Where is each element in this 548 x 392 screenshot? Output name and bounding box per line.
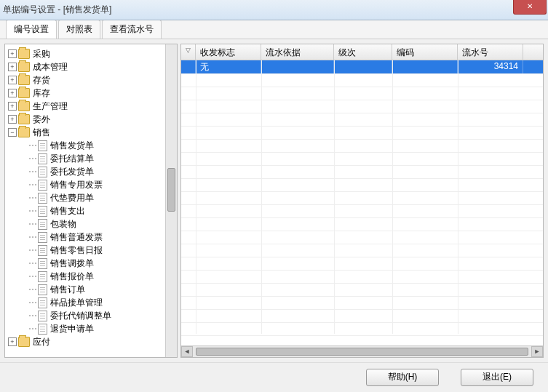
tree-connector: ⋯ xyxy=(28,206,36,216)
tree-scrollbar[interactable] xyxy=(165,44,177,357)
scrollbar-thumb[interactable] xyxy=(167,168,175,212)
cell-level xyxy=(334,60,392,73)
sort-indicator-icon[interactable]: ▽ xyxy=(181,44,196,60)
tree-folder-stock[interactable]: +库存 xyxy=(7,87,175,100)
tree-doc-item[interactable]: ⋯代垫费用单 xyxy=(7,191,175,204)
cell-code xyxy=(392,60,458,73)
cell-serial-basis xyxy=(261,60,334,73)
tree-label: 委托发货单 xyxy=(50,166,94,178)
tree-connector: ⋯ xyxy=(28,232,36,242)
tree-connector: ⋯ xyxy=(28,284,36,295)
tree-folder-inventory[interactable]: +存货 xyxy=(7,73,175,87)
plus-icon[interactable]: + xyxy=(8,102,17,111)
grid-header: ▽ 收发标志 流水依据 级次 编码 流水号 xyxy=(181,44,543,60)
col-serial[interactable]: 流水号 xyxy=(458,44,523,60)
folder-icon xyxy=(18,114,30,124)
tree-doc-item[interactable]: ⋯销售零售日报 xyxy=(7,244,175,257)
tabs: 编号设置 对照表 查看流水号 xyxy=(0,20,548,39)
minus-icon[interactable]: − xyxy=(8,128,17,137)
col-receive-flag[interactable]: 收发标志 xyxy=(196,44,261,60)
document-icon xyxy=(38,193,47,204)
window-close-button[interactable]: ✕ xyxy=(513,0,547,15)
help-button[interactable]: 帮助(H) xyxy=(366,369,439,386)
tree-connector: ⋯ xyxy=(28,324,36,334)
document-icon xyxy=(38,180,47,191)
scroll-left-icon[interactable]: ◄ xyxy=(181,346,193,357)
tab-view-serial[interactable]: 查看流水号 xyxy=(102,20,162,39)
tree-label: 退货申请单 xyxy=(50,323,94,335)
tree-doc-item[interactable]: ⋯委托结算单 xyxy=(7,152,175,165)
tree-folder-cost[interactable]: +成本管理 xyxy=(7,60,175,73)
tree-label: 销售 xyxy=(33,127,50,139)
tree-folder-purchase[interactable]: +采购 xyxy=(7,47,175,60)
tree-label: 采购 xyxy=(33,48,50,60)
grid-h-scrollbar[interactable]: ◄ ► xyxy=(181,345,543,357)
tree-doc-item[interactable]: ⋯委托代销调整单 xyxy=(7,309,175,322)
main-area: +采购 +成本管理 +存货 +库存 +生产管理 +委外 −销售 ⋯销售发货单 ⋯… xyxy=(0,39,548,362)
tree-folder-production[interactable]: +生产管理 xyxy=(7,100,175,113)
tree-panel: +采购 +成本管理 +存货 +库存 +生产管理 +委外 −销售 ⋯销售发货单 ⋯… xyxy=(4,44,178,358)
plus-icon[interactable]: + xyxy=(8,76,17,84)
tree-label: 委外 xyxy=(33,113,50,126)
tree-doc-item[interactable]: ⋯包装物 xyxy=(7,217,175,231)
tree-label: 销售发货单 xyxy=(50,140,94,152)
tree-label: 销售订单 xyxy=(50,284,85,296)
col-code[interactable]: 编码 xyxy=(392,44,458,60)
document-icon xyxy=(38,271,47,282)
col-serial-basis[interactable]: 流水依据 xyxy=(261,44,334,60)
tree-label: 委托结算单 xyxy=(50,153,94,165)
window-title: 单据编号设置 - [销售发货单] xyxy=(3,4,111,16)
tree-label: 代垫费用单 xyxy=(50,192,94,204)
tree-doc-item[interactable]: ⋯销售调拨单 xyxy=(7,257,175,270)
document-icon xyxy=(38,324,47,335)
row-indicator xyxy=(181,60,196,73)
tree-connector: ⋯ xyxy=(28,245,36,255)
tree-connector: ⋯ xyxy=(28,271,36,281)
tree-doc-item[interactable]: ⋯销售支出 xyxy=(7,204,175,217)
tree-connector: ⋯ xyxy=(28,311,36,321)
tab-number-settings[interactable]: 编号设置 xyxy=(6,20,57,39)
tree-doc-item[interactable]: ⋯委托发货单 xyxy=(7,165,175,178)
col-level[interactable]: 级次 xyxy=(334,44,392,60)
exit-button[interactable]: 退出(E) xyxy=(461,369,533,386)
tree-connector: ⋯ xyxy=(28,153,36,164)
tree-label: 库存 xyxy=(33,87,50,100)
tree-doc-item[interactable]: ⋯退货申请单 xyxy=(7,322,175,335)
document-icon xyxy=(38,140,47,151)
tree-label: 销售调拨单 xyxy=(50,257,94,270)
document-icon xyxy=(38,311,47,321)
tree-doc-item[interactable]: ⋯销售订单 xyxy=(7,283,175,296)
tree-folder-sales[interactable]: −销售 xyxy=(7,126,175,139)
tree-folder-outsource[interactable]: +委外 xyxy=(7,113,175,126)
grid-background-lines xyxy=(181,73,543,345)
plus-icon[interactable]: + xyxy=(8,89,17,97)
plus-icon[interactable]: + xyxy=(8,49,17,58)
tree-folder-payable[interactable]: +应付 xyxy=(7,335,175,348)
tree-connector: ⋯ xyxy=(28,258,36,268)
tree-doc-item[interactable]: ⋯销售发货单 xyxy=(7,139,175,152)
tree-doc-item[interactable]: ⋯销售专用发票 xyxy=(7,178,175,191)
table-row[interactable]: 无 34314 xyxy=(181,60,543,73)
plus-icon[interactable]: + xyxy=(8,337,17,346)
titlebar: 单据编号设置 - [销售发货单] ✕ xyxy=(0,0,548,20)
tree-label: 样品接单管理 xyxy=(50,297,103,309)
folder-icon xyxy=(18,101,30,111)
folder-icon xyxy=(18,127,30,137)
tree-doc-item[interactable]: ⋯销售报价单 xyxy=(7,270,175,283)
scrollbar-thumb[interactable] xyxy=(196,348,528,356)
scroll-right-icon[interactable]: ► xyxy=(531,346,543,357)
tree-label: 存货 xyxy=(33,74,50,87)
tree-label: 生产管理 xyxy=(33,100,68,113)
plus-icon[interactable]: + xyxy=(8,115,17,124)
footer: 帮助(H) 退出(E) xyxy=(0,362,548,391)
tree-connector: ⋯ xyxy=(28,193,36,203)
tree-connector: ⋯ xyxy=(28,180,36,190)
tab-compare-table[interactable]: 对照表 xyxy=(58,20,100,39)
tree-doc-item[interactable]: ⋯销售普通发票 xyxy=(7,231,175,244)
tree-label: 销售支出 xyxy=(50,205,85,217)
folder-icon xyxy=(18,88,30,98)
plus-icon[interactable]: + xyxy=(8,63,17,71)
tree-doc-item[interactable]: ⋯样品接单管理 xyxy=(7,296,175,309)
folder-icon xyxy=(18,62,30,72)
document-icon xyxy=(38,153,47,164)
